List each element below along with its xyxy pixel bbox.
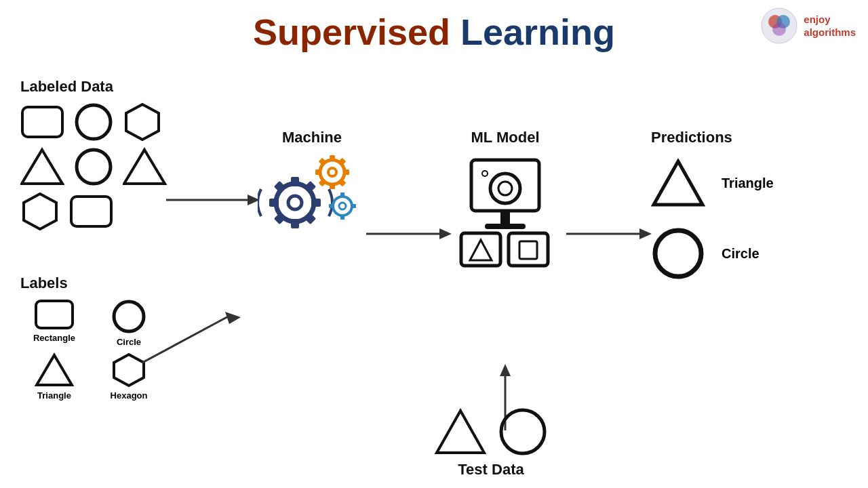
svg-rect-34 — [343, 169, 349, 175]
svg-rect-26 — [304, 181, 316, 193]
svg-rect-24 — [311, 199, 321, 207]
testdata-title: Test Data — [458, 461, 524, 479]
svg-rect-12 — [36, 301, 73, 328]
shape-triangle-2 — [123, 147, 167, 186]
svg-rect-32 — [330, 155, 335, 161]
svg-rect-43 — [340, 214, 344, 220]
svg-point-40 — [333, 197, 352, 216]
prediction-circle: Circle — [651, 226, 774, 281]
labeled-data-title: Labeled Data — [20, 78, 167, 96]
arrow-to-mlmodel — [366, 224, 454, 244]
svg-marker-7 — [22, 150, 62, 184]
svg-rect-23 — [291, 219, 299, 228]
svg-rect-39 — [319, 178, 327, 186]
mlmodel-title: ML Model — [471, 129, 539, 146]
page-title: Supervised Learning — [0, 0, 868, 53]
shape-rectangle-2 — [69, 195, 113, 228]
arrow-labels-to-machine — [142, 312, 251, 366]
svg-rect-22 — [291, 177, 299, 186]
shape-circle-1 — [74, 102, 113, 142]
label-triangle: Triangle — [20, 352, 88, 401]
svg-rect-36 — [338, 158, 346, 166]
svg-rect-44 — [351, 204, 356, 208]
label-rectangle: Rectangle — [20, 299, 88, 347]
prediction-circle-shape — [651, 226, 705, 281]
svg-rect-28 — [304, 212, 316, 224]
label-triangle-text: Triangle — [37, 390, 71, 401]
logo-text: enjoy algorithms — [804, 13, 856, 39]
testdata-section: Test Data — [434, 407, 548, 479]
svg-point-3 — [772, 22, 786, 36]
machine-title: Machine — [282, 129, 342, 146]
shape-hexagon-2 — [20, 192, 60, 231]
gears-icon — [258, 152, 366, 240]
svg-point-66 — [501, 410, 545, 453]
svg-point-62 — [655, 230, 701, 277]
prediction-triangle-shape — [651, 159, 705, 207]
prediction-circle-label: Circle — [722, 246, 760, 262]
svg-rect-38 — [338, 178, 346, 186]
shape-hexagon-1 — [123, 102, 162, 142]
label-rectangle-text: Rectangle — [33, 333, 75, 343]
svg-point-31 — [328, 168, 336, 176]
mlmodel-section: ML Model — [448, 129, 563, 268]
svg-rect-11 — [71, 197, 111, 226]
svg-marker-14 — [37, 355, 72, 385]
svg-rect-57 — [509, 233, 548, 266]
shape-rectangle-1 — [20, 105, 64, 139]
svg-marker-61 — [654, 161, 703, 205]
labels-section: Labels Rectangle Circle Tri — [20, 274, 163, 401]
svg-marker-9 — [124, 150, 165, 184]
predictions-title: Predictions — [651, 129, 774, 146]
svg-point-52 — [498, 182, 512, 195]
svg-rect-33 — [330, 183, 335, 189]
svg-rect-42 — [340, 192, 344, 198]
svg-point-8 — [77, 150, 111, 184]
testdata-circle — [498, 407, 548, 457]
predictions-section: Predictions Triangle Circle — [651, 129, 774, 281]
svg-rect-45 — [329, 204, 334, 208]
svg-point-41 — [339, 203, 346, 209]
svg-rect-54 — [485, 224, 526, 229]
testdata-triangle — [434, 408, 487, 455]
svg-rect-37 — [319, 158, 327, 166]
labeled-data-section: Labeled Data — [20, 78, 167, 231]
shape-triangle-1 — [20, 147, 64, 186]
svg-rect-53 — [500, 211, 510, 224]
machine-section: Machine — [258, 129, 366, 240]
svg-rect-29 — [274, 212, 286, 224]
svg-marker-56 — [470, 240, 492, 260]
svg-marker-65 — [437, 411, 484, 453]
svg-point-51 — [490, 174, 520, 203]
prediction-triangle-label: Triangle — [722, 176, 774, 191]
arrow-to-machine — [166, 190, 261, 210]
svg-point-21 — [288, 196, 302, 209]
svg-line-18 — [142, 315, 231, 363]
svg-marker-15 — [114, 354, 144, 386]
label-hexagon-text: Hexagon — [111, 390, 148, 401]
labels-title: Labels — [20, 274, 163, 292]
svg-point-13 — [114, 302, 144, 331]
svg-marker-19 — [225, 312, 241, 324]
shape-circle-2 — [74, 147, 113, 186]
logo-icon — [760, 7, 798, 45]
prediction-triangle: Triangle — [651, 159, 774, 207]
svg-rect-58 — [519, 241, 537, 259]
svg-rect-35 — [315, 169, 321, 175]
svg-marker-6 — [126, 104, 159, 140]
svg-marker-64 — [500, 364, 511, 376]
svg-rect-27 — [274, 181, 286, 193]
mlmodel-icon — [448, 153, 563, 268]
svg-point-50 — [483, 171, 487, 176]
svg-marker-10 — [24, 194, 56, 229]
svg-marker-60 — [639, 228, 652, 239]
svg-point-5 — [77, 105, 111, 139]
svg-rect-25 — [269, 199, 279, 207]
svg-rect-4 — [22, 107, 62, 137]
logo: enjoy algorithms — [760, 7, 856, 45]
arrow-to-predictions — [566, 224, 654, 244]
label-circle-text: Circle — [117, 337, 141, 347]
